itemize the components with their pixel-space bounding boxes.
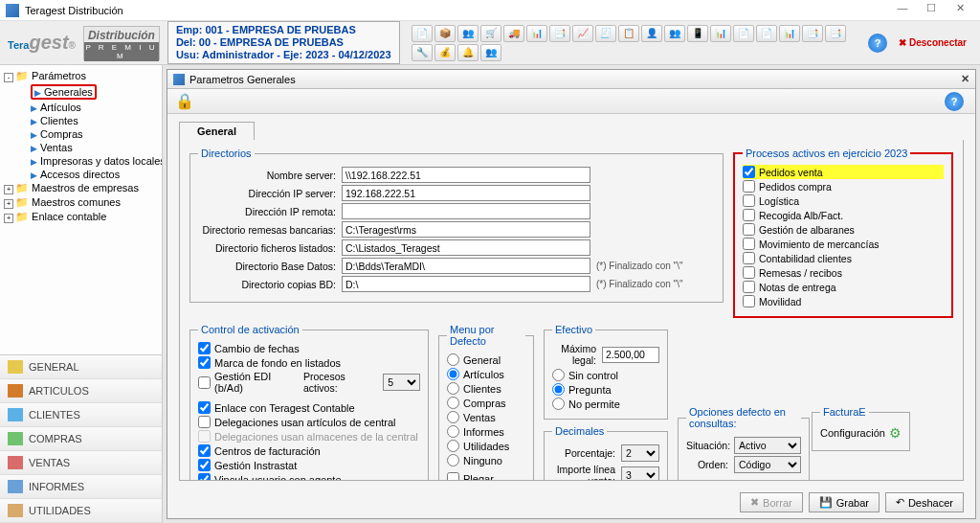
chk-deleg-alm xyxy=(198,430,211,443)
nav-compras[interactable]: COMPRAS xyxy=(0,427,162,451)
chk-enlace-contable[interactable] xyxy=(198,401,211,414)
toolbar-button[interactable]: 📊 xyxy=(779,25,800,42)
chk-remesas[interactable] xyxy=(743,266,755,279)
toolbar-button[interactable]: 📑 xyxy=(825,25,846,42)
tree-item[interactable]: ▶Ventas xyxy=(2,141,160,154)
help-button[interactable]: ? xyxy=(868,34,887,53)
header-band: Teragest® Distribución P R E M I U M Emp… xyxy=(0,21,980,65)
radio-no-permite[interactable] xyxy=(552,398,565,410)
minimize-button[interactable]: — xyxy=(888,2,917,19)
radio-ventas[interactable] xyxy=(447,411,459,423)
chk-contabilidad[interactable] xyxy=(743,252,755,264)
chk-movilidad[interactable] xyxy=(743,295,755,307)
tree-item[interactable]: ▶Accesos directos xyxy=(2,168,160,181)
toolbar-button[interactable]: 📋 xyxy=(618,25,639,42)
panel-titlebar: Parametros Generales ✕ xyxy=(167,70,975,89)
toolbar-button[interactable]: 🔧 xyxy=(412,44,433,61)
toolbar-button[interactable]: 📦 xyxy=(434,25,456,42)
tree-item[interactable]: ▶Impresoras y datos locales xyxy=(2,154,160,168)
radio-pregunta[interactable] xyxy=(552,383,565,396)
tree-item-generales[interactable]: ▶Generales xyxy=(2,83,160,101)
radio-articulos[interactable] xyxy=(447,368,459,380)
toolbar-button[interactable]: 📄 xyxy=(733,25,754,42)
radio-compras[interactable] xyxy=(447,397,459,409)
nav-ventas[interactable]: VENTAS xyxy=(0,451,162,475)
radio-utilidades[interactable] xyxy=(447,440,459,452)
toolbar-button[interactable]: 📄 xyxy=(412,25,433,42)
toolbar-button[interactable]: 👤 xyxy=(641,25,662,42)
toolbar-button[interactable]: 🧾 xyxy=(595,25,616,42)
toolbar-button[interactable]: 📊 xyxy=(526,25,547,42)
undo-button[interactable]: ↶ Deshacer xyxy=(885,492,964,512)
toolbar-button[interactable]: 👥 xyxy=(664,25,685,42)
panel-close-button[interactable]: ✕ xyxy=(961,73,969,85)
tree-item[interactable]: ▶Clientes xyxy=(2,114,160,127)
chk-logistica[interactable] xyxy=(743,194,755,207)
input-basedatos[interactable] xyxy=(342,258,590,274)
chk-cambio-fechas[interactable] xyxy=(198,342,211,354)
toolbar-button[interactable]: 💰 xyxy=(434,44,456,61)
select-importe[interactable]: 3 xyxy=(621,466,659,481)
tree-item[interactable]: ▶Artículos xyxy=(2,101,160,114)
toolbar-button[interactable]: 🔔 xyxy=(457,44,479,61)
toolbar-button[interactable]: 🚚 xyxy=(503,25,524,42)
chk-movimiento[interactable] xyxy=(743,238,755,250)
chk-intrastat[interactable] xyxy=(198,459,211,471)
disconnect-link[interactable]: Desconectar xyxy=(899,37,967,48)
chk-recogida[interactable] xyxy=(743,209,755,221)
select-orden[interactable]: Código xyxy=(734,456,801,473)
toolbar-button[interactable]: 📑 xyxy=(549,25,570,42)
radio-sin-control[interactable] xyxy=(552,369,565,381)
toolbar-button[interactable]: 🛒 xyxy=(480,25,501,42)
chk-vincula-usuario[interactable] xyxy=(198,473,211,481)
input-ipserver[interactable] xyxy=(342,185,590,201)
nav-informes[interactable]: INFORMES xyxy=(0,475,162,499)
toolbar-button[interactable]: 👥 xyxy=(457,25,479,42)
chk-edi[interactable] xyxy=(198,376,211,389)
nav-articulos[interactable]: ARTICULOS xyxy=(0,379,162,403)
tree-node[interactable]: 📁 Maestros de empresas xyxy=(2,181,160,195)
edition-badge: Distribución P R E M I U M xyxy=(83,26,160,60)
input-maximo-legal[interactable] xyxy=(602,347,659,363)
select-porcentaje[interactable]: 2 xyxy=(621,444,659,462)
radio-clientes[interactable] xyxy=(447,382,459,395)
select-procesos-activos[interactable]: 5 xyxy=(383,374,420,391)
maximize-button[interactable]: ☐ xyxy=(917,2,946,19)
select-situacion[interactable]: Activo xyxy=(734,437,801,454)
input-server[interactable] xyxy=(342,167,590,183)
input-ipremota[interactable] xyxy=(342,203,590,219)
tree-node[interactable]: 📁 Enlace contable xyxy=(2,210,160,224)
chk-pedidos-compra[interactable] xyxy=(743,180,755,193)
toolbar-button[interactable]: 📱 xyxy=(687,25,708,42)
radio-ninguno[interactable] xyxy=(447,454,459,466)
toolbar-button[interactable]: 📑 xyxy=(802,25,823,42)
input-copias[interactable] xyxy=(342,276,590,292)
toolbar-button[interactable]: 👥 xyxy=(480,44,501,61)
toolbar-button[interactable]: 📄 xyxy=(756,25,777,42)
nav-utilidades[interactable]: UTILIDADES xyxy=(0,499,162,523)
chk-deleg-art[interactable] xyxy=(198,416,211,428)
input-listados[interactable] xyxy=(342,239,590,256)
chk-albaranes[interactable] xyxy=(743,223,755,236)
chk-notas[interactable] xyxy=(743,281,755,293)
tab-general[interactable]: General xyxy=(179,122,255,140)
chk-marca-fondo[interactable] xyxy=(198,356,211,369)
panel-help-button[interactable]: ? xyxy=(945,92,964,111)
save-button[interactable]: 💾 Grabar xyxy=(809,492,880,512)
nav-general[interactable]: GENERAL xyxy=(0,355,162,379)
nav-clientes[interactable]: CLIENTES xyxy=(0,403,162,427)
radio-general[interactable] xyxy=(447,353,459,366)
chk-pedidos-venta[interactable]: Pedidos venta xyxy=(743,165,944,179)
gear-icon: ⚙ xyxy=(889,425,902,441)
facturae-config-button[interactable]: Configuración xyxy=(820,427,885,439)
tree-node[interactable]: 📁 Maestros comunes xyxy=(2,195,160,210)
chk-centros-fact[interactable] xyxy=(198,444,211,457)
input-remesas[interactable] xyxy=(342,221,590,238)
close-button[interactable]: ✕ xyxy=(946,2,974,19)
toolbar-button[interactable]: 📊 xyxy=(710,25,731,42)
toolbar-button[interactable]: 📈 xyxy=(572,25,593,42)
tree-item[interactable]: ▶Compras xyxy=(2,127,160,141)
chk-plegar[interactable] xyxy=(447,472,459,481)
radio-informes[interactable] xyxy=(447,425,459,438)
tree-node-parametros[interactable]: 📁 Parámetros xyxy=(2,69,160,83)
